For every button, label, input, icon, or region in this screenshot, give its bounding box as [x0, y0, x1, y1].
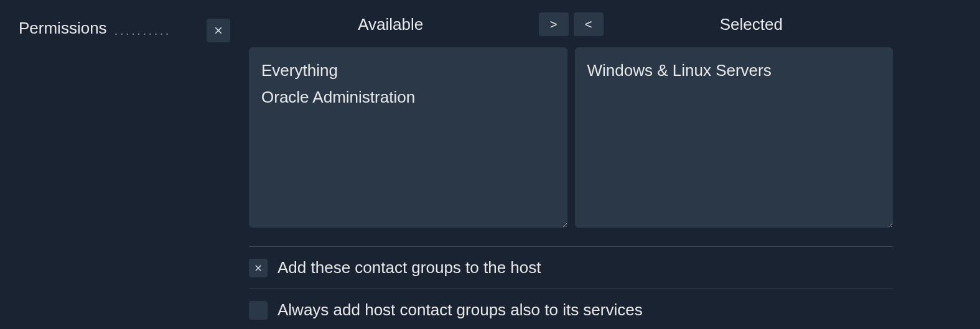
list-item[interactable]: Oracle Administration: [261, 84, 555, 111]
move-left-button[interactable]: <: [574, 12, 604, 36]
list-item[interactable]: Everything: [261, 57, 555, 84]
checkbox-label: Always add host contact groups also to i…: [278, 300, 643, 320]
selected-listbox[interactable]: Windows & Linux Servers: [575, 47, 894, 228]
checkbox[interactable]: [249, 259, 268, 277]
field-label: Permissions: [19, 19, 107, 38]
available-header: Available: [249, 15, 533, 34]
close-icon: [253, 263, 263, 273]
selected-header: Selected: [610, 15, 894, 34]
move-right-button[interactable]: >: [539, 12, 569, 36]
available-listbox[interactable]: EverythingOracle Administration: [249, 47, 567, 228]
checkbox-label: Add these contact groups to the host: [278, 258, 541, 277]
remove-button[interactable]: [207, 19, 230, 42]
close-icon: [213, 25, 224, 36]
dots-filler: [114, 19, 199, 35]
checkbox[interactable]: [249, 301, 268, 320]
list-item[interactable]: Windows & Linux Servers: [587, 57, 881, 84]
